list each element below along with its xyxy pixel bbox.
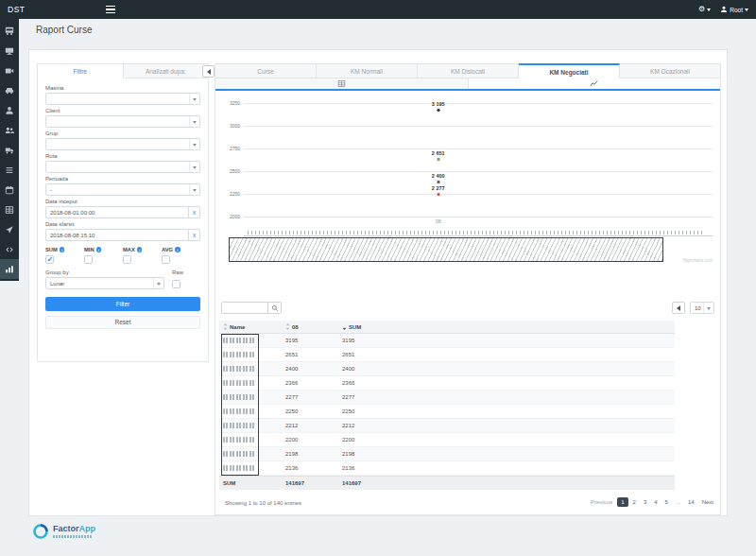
tab-analizati-dupa[interactable]: Analizati dupa: (124, 64, 209, 78)
user-icon (720, 6, 728, 13)
redaction-box-x-labels (229, 237, 663, 262)
page-number[interactable]: 14 (685, 497, 697, 507)
column-header-08[interactable]: 08 (285, 323, 342, 330)
data-point[interactable] (437, 181, 439, 183)
tab-curse[interactable]: Curse (215, 63, 317, 78)
sidebar-item-desktop[interactable] (0, 41, 19, 61)
min-label: MIN (84, 247, 94, 252)
content-card: Filtre Analizati dupa: Masina Client Gru… (28, 49, 728, 516)
raw-checkbox[interactable] (172, 280, 180, 288)
table-row: 21362136 (219, 461, 675, 476)
table-header: Name 08 SUM (219, 321, 675, 334)
sidebar-item-table[interactable] (0, 200, 19, 219)
search-input[interactable] (221, 302, 268, 314)
previous-page-button[interactable]: Previous (588, 497, 615, 507)
redacted-name (223, 437, 255, 443)
column-header-name[interactable]: Name (219, 323, 285, 330)
scatter-chart: 3250 3000 2750 2500 2250 2000 3 195 2 65… (221, 96, 714, 264)
search-icon (271, 304, 279, 312)
redacted-name (223, 465, 255, 471)
user-name: Root (730, 7, 743, 13)
chart-view-tab[interactable] (469, 78, 721, 89)
group-by-label: Group by (45, 269, 164, 275)
sum-label: SUM (45, 247, 58, 252)
data-label: 2 651 (432, 150, 445, 156)
min-checkbox[interactable] (84, 255, 93, 264)
page-number[interactable]: 2 (630, 497, 639, 507)
sidebar-item-user[interactable] (0, 100, 19, 120)
data-point[interactable] (437, 158, 439, 161)
page-number[interactable]: 3 (641, 497, 649, 507)
series-label: 08 (436, 218, 441, 224)
collapse-chart-button[interactable] (672, 302, 685, 314)
data-point[interactable] (437, 108, 440, 112)
client-select[interactable] (45, 115, 200, 128)
clear-data-sfarsit-button[interactable]: x (188, 229, 200, 241)
sort-desc-icon (342, 323, 347, 330)
grup-select[interactable] (45, 138, 200, 150)
sidebar-item-reports[interactable] (0, 259, 19, 279)
pagination: Previous 1 2 3 4 5 ... 14 Next (588, 497, 716, 507)
data-inceput-label: Data inceput (45, 199, 200, 204)
column-header-sum[interactable]: SUM (342, 323, 675, 330)
sidebar-item-video[interactable] (0, 61, 19, 80)
tab-km-ocazionali[interactable]: KM Ocazionali (620, 63, 721, 78)
group-by-select[interactable]: Lunar (45, 277, 164, 289)
tab-km-negociati[interactable]: KM Negociati (519, 63, 620, 78)
table-view-tab[interactable] (215, 78, 469, 89)
truck-icon (5, 146, 14, 155)
masina-select[interactable] (45, 93, 200, 105)
aggregate-options: SUM MIN MAX AVG (45, 247, 200, 264)
sort-icon (223, 323, 228, 330)
brand-logo[interactable]: DST (8, 5, 26, 14)
page-number[interactable]: 1 (617, 497, 627, 507)
footer-brand[interactable]: FactorApp (32, 523, 95, 540)
hamburger-menu-icon[interactable] (106, 5, 117, 14)
filter-button[interactable]: Filter (45, 297, 200, 311)
search-button[interactable] (268, 302, 282, 314)
redacted-name (223, 423, 255, 428)
data-point[interactable] (437, 193, 439, 196)
avg-checkbox[interactable] (162, 255, 170, 264)
client-label: Client (45, 108, 200, 113)
perioada-select[interactable]: - (45, 183, 200, 196)
brand-part-app: App (79, 524, 96, 533)
gear-icon: ⚙ (698, 6, 705, 13)
sidebar-item-tracking[interactable] (0, 219, 19, 239)
sidebar-item-list[interactable] (0, 160, 19, 180)
tab-km-normali[interactable]: KM Normali (317, 63, 418, 78)
collapse-filters-button[interactable] (202, 65, 215, 78)
settings-menu[interactable]: ⚙ (698, 6, 711, 13)
data-label: 2 277 (432, 185, 445, 191)
sidebar-item-bus[interactable] (0, 21, 19, 41)
page-number[interactable]: 5 (662, 497, 671, 507)
page-length-select[interactable]: 10 (690, 302, 714, 314)
sidebar (0, 19, 19, 281)
tab-km-dislocati[interactable]: KM Dislocati (418, 63, 519, 78)
info-icon[interactable] (96, 247, 102, 252)
sidebar-item-car[interactable] (0, 80, 19, 100)
info-icon[interactable] (60, 247, 65, 252)
data-sfarsit-input[interactable] (45, 229, 188, 241)
sum-checkbox[interactable] (45, 255, 54, 264)
max-label: MAX (123, 247, 135, 252)
tab-filtre[interactable]: Filtre (38, 64, 124, 78)
ruta-select[interactable] (45, 161, 200, 173)
sidebar-item-users[interactable] (0, 120, 19, 140)
page-number[interactable]: 4 (651, 497, 660, 507)
clear-data-inceput-button[interactable]: x (188, 206, 200, 218)
reset-button[interactable]: Reset (45, 316, 200, 329)
sidebar-item-code[interactable] (0, 239, 19, 259)
max-checkbox[interactable] (123, 255, 131, 264)
sidebar-item-calendar[interactable] (0, 180, 19, 200)
data-inceput-input[interactable] (45, 206, 188, 218)
sidebar-item-truck[interactable] (0, 140, 19, 160)
chart-watermark: Highcharts.com (683, 258, 713, 263)
info-icon[interactable] (175, 247, 180, 252)
next-page-button[interactable]: Next (699, 497, 716, 507)
y-tick: 2500 (221, 168, 240, 174)
user-menu[interactable]: Root (720, 6, 748, 13)
desktop-icon (5, 46, 14, 56)
factorapp-logo-icon (32, 523, 49, 540)
info-icon[interactable] (137, 247, 143, 252)
